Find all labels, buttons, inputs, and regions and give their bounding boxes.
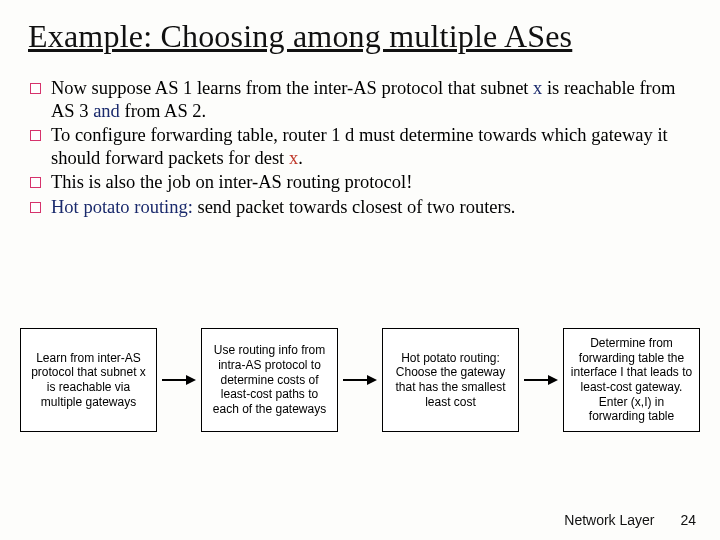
emph-x: x: [533, 78, 542, 98]
bullet-text: Now suppose AS 1 learns from the inter-A…: [51, 77, 692, 122]
footer-label: Network Layer: [564, 512, 654, 528]
bullet-item: Hot potato routing: send packet towards …: [30, 196, 692, 219]
flow-box: Determine from forwarding table the inte…: [563, 328, 700, 432]
svg-marker-1: [186, 375, 196, 385]
bullet-square-icon: [30, 83, 41, 94]
bullet-square-icon: [30, 202, 41, 213]
text-run: Now suppose AS 1 learns from the inter-A…: [51, 78, 533, 98]
arrow-right-icon: [343, 374, 377, 386]
slide: Example: Choosing among multiple ASes No…: [0, 0, 720, 540]
bullet-list: Now suppose AS 1 learns from the inter-A…: [30, 77, 692, 218]
emph-and: and: [93, 101, 120, 121]
text-run: send packet towards closest of two route…: [193, 197, 516, 217]
arrow-right-icon: [162, 374, 196, 386]
bullet-item: To configure forwarding table, router 1 …: [30, 124, 692, 169]
text-run: from AS 2.: [120, 101, 206, 121]
flow-box: Use routing info from intra-AS protocol …: [201, 328, 338, 432]
bullet-item: Now suppose AS 1 learns from the inter-A…: [30, 77, 692, 122]
flow-box: Learn from inter-AS protocol that subnet…: [20, 328, 157, 432]
bullet-square-icon: [30, 130, 41, 141]
bullet-text: To configure forwarding table, router 1 …: [51, 124, 692, 169]
page-number: 24: [680, 512, 696, 528]
bullet-text: This is also the job on inter-AS routing…: [51, 171, 692, 194]
bullet-item: This is also the job on inter-AS routing…: [30, 171, 692, 194]
bullet-square-icon: [30, 177, 41, 188]
text-run: .: [298, 148, 303, 168]
emph-hot-potato: Hot potato routing:: [51, 197, 193, 217]
svg-marker-5: [548, 375, 558, 385]
svg-marker-3: [367, 375, 377, 385]
bullet-text: Hot potato routing: send packet towards …: [51, 196, 692, 219]
text-run: To configure forwarding table, router 1 …: [51, 125, 668, 168]
arrow-right-icon: [524, 374, 558, 386]
slide-title: Example: Choosing among multiple ASes: [28, 18, 692, 55]
emph-x-red: x: [289, 148, 298, 168]
footer: Network Layer 24: [564, 512, 696, 528]
flow-diagram: Learn from inter-AS protocol that subnet…: [20, 328, 700, 432]
flow-box: Hot potato routing: Choose the gateway t…: [382, 328, 519, 432]
